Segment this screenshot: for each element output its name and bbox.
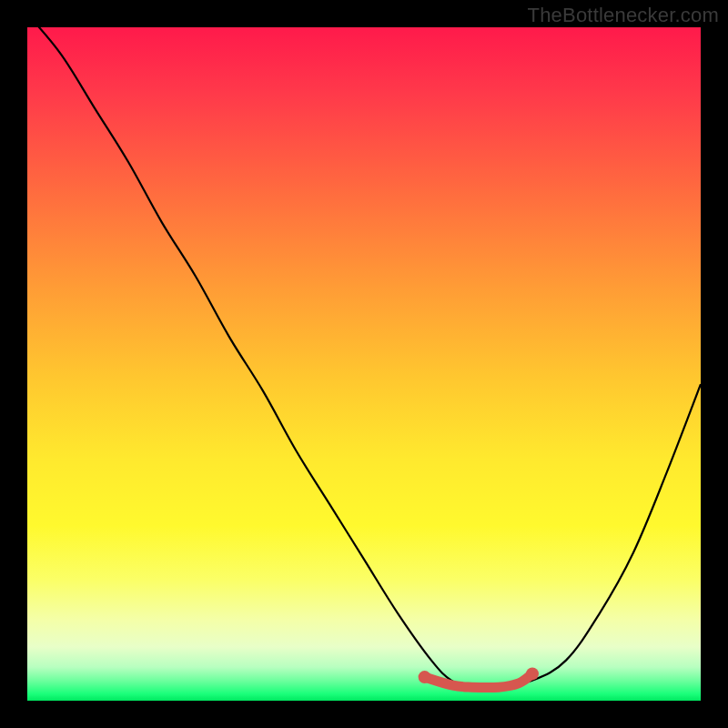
bottleneck-curve	[27, 27, 701, 688]
plot-area	[27, 27, 701, 701]
watermark-text: TheBottlenecker.com	[528, 4, 719, 27]
curve-svg	[27, 27, 701, 701]
optimal-range-marker	[425, 673, 532, 687]
chart-stage: TheBottlenecker.com	[0, 0, 728, 728]
optimal-range-end-dot	[526, 667, 539, 680]
optimal-range-start-dot	[419, 671, 431, 683]
